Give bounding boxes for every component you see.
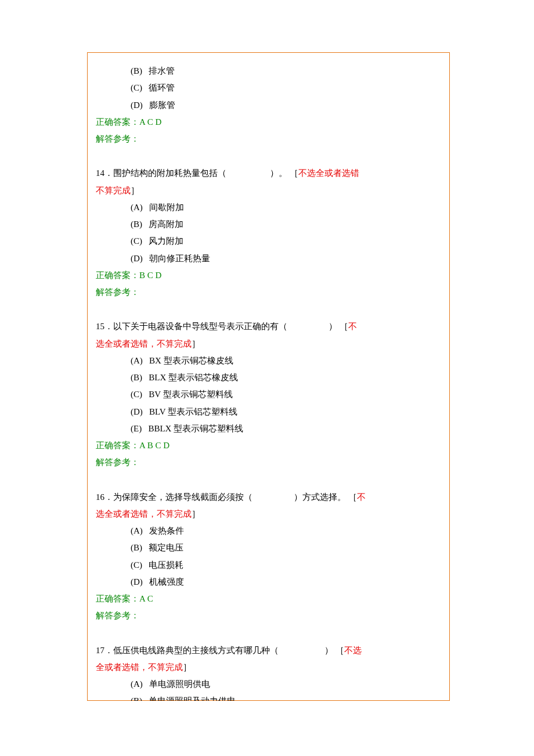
- answer-value: A C: [139, 594, 153, 603]
- answer-label: 正确答案：: [96, 117, 139, 127]
- q13-ref: 解答参考：: [96, 131, 444, 147]
- answer-value: B C D: [139, 271, 161, 280]
- q14-number: 14．: [96, 168, 113, 178]
- q15-stem-line1: 15．以下关于电器设备中导线型号表示正确的有（ ） ［不: [96, 318, 444, 335]
- q17-number: 17．: [96, 646, 113, 655]
- q17-stem-line1: 17．低压供电线路典型的主接线方式有哪几种（ ） ［不选: [96, 642, 444, 659]
- q16-option-b: (B) 额定电压: [96, 539, 444, 556]
- bracket-close: ］: [192, 339, 200, 348]
- q14-answer: 正确答案：B C D: [96, 267, 444, 284]
- incomplete-note-part2: 全或者选错，不算完成: [96, 663, 183, 672]
- answer-label: 正确答案：: [96, 271, 139, 280]
- incomplete-note-part1: 不选: [344, 646, 362, 655]
- spacer: [96, 301, 444, 318]
- incomplete-note-part2: 选全或者选错，不算完成: [96, 509, 192, 519]
- q15-stem-line2: 选全或者选错，不算完成］: [96, 336, 444, 352]
- q15-option-d: (D) BLV 型表示铝芯塑料线: [96, 404, 444, 420]
- q14-stem: 围护结构的附加耗热量包括（ ）。 ［: [113, 168, 298, 178]
- q13-option-c: (C) 循环管: [96, 80, 444, 96]
- q13-answer: 正确答案：A C D: [96, 114, 444, 131]
- q16-stem: 为保障安全，选择导线截面必须按（ ）方式选择。 ［: [113, 492, 357, 502]
- q16-option-a: (A) 发热条件: [96, 523, 444, 539]
- q16-option-c: (C) 电压损耗: [96, 557, 444, 574]
- incomplete-note-part2: 选全或者选错，不算完成: [96, 339, 192, 348]
- answer-label: 正确答案：: [96, 441, 139, 450]
- q17-option-a: (A) 单电源照明供电: [96, 676, 444, 693]
- answer-value: A C D: [139, 117, 161, 127]
- q17-stem: 低压供电线路典型的主接线方式有哪几种（ ） ［: [113, 646, 344, 655]
- q15-option-b: (B) BLX 型表示铝芯橡皮线: [96, 369, 444, 386]
- q16-ref: 解答参考：: [96, 607, 444, 624]
- q13-option-b: (B) 排水管: [96, 63, 444, 80]
- incomplete-note-part2: 不算完成: [96, 186, 131, 195]
- q15-answer: 正确答案：A B C D: [96, 437, 444, 454]
- q16-number: 16．: [96, 492, 113, 502]
- q14-option-c: (C) 风力附加: [96, 233, 444, 250]
- document-page: (B) 排水管 (C) 循环管 (D) 膨胀管 正确答案：A C D 解答参考：…: [0, 0, 534, 756]
- q14-option-d: (D) 朝向修正耗热量: [96, 250, 444, 267]
- spacer: [96, 625, 444, 642]
- incomplete-note-part1: 不: [357, 492, 366, 502]
- bracket-close: ］: [183, 663, 192, 672]
- answer-value: A B C D: [139, 441, 169, 450]
- q16-answer: 正确答案：A C: [96, 591, 444, 607]
- q14-option-b: (B) 房高附加: [96, 216, 444, 233]
- q15-option-a: (A) BX 型表示铜芯橡皮线: [96, 352, 444, 369]
- spacer: [96, 471, 444, 489]
- q15-stem: 以下关于电器设备中导线型号表示正确的有（ ） ［: [113, 322, 348, 331]
- content-area: (B) 排水管 (C) 循环管 (D) 膨胀管 正确答案：A C D 解答参考：…: [87, 52, 450, 701]
- q17-stem-line2: 全或者选错，不算完成］: [96, 659, 444, 676]
- q14-option-a: (A) 间歇附加: [96, 199, 444, 216]
- q14-ref: 解答参考：: [96, 284, 444, 301]
- incomplete-note-part1: 不: [348, 322, 357, 331]
- q16-stem-line1: 16．为保障安全，选择导线截面必须按（ ）方式选择。 ［不: [96, 489, 444, 506]
- q17-option-b: (B) 单电源照明及动力供电: [96, 693, 444, 701]
- spacer: [96, 147, 444, 165]
- q15-option-e: (E) BBLX 型表示铜芯塑料线: [96, 420, 444, 437]
- q15-ref: 解答参考：: [96, 454, 444, 471]
- q16-option-d: (D) 机械强度: [96, 574, 444, 591]
- bracket-close: ］: [192, 509, 200, 519]
- incomplete-note-part1: 不选全或者选错: [298, 168, 359, 178]
- q16-stem-line2: 选全或者选错，不算完成］: [96, 506, 444, 523]
- q15-number: 15．: [96, 322, 113, 331]
- q14-stem-line2: 不算完成］: [96, 182, 444, 199]
- q14-stem-line1: 14．围护结构的附加耗热量包括（ ）。 ［不选全或者选错: [96, 165, 444, 182]
- bracket-close: ］: [131, 186, 139, 195]
- answer-label: 正确答案：: [96, 594, 139, 603]
- q13-option-d: (D) 膨胀管: [96, 97, 444, 114]
- q15-option-c: (C) BV 型表示铜芯塑料线: [96, 386, 444, 403]
